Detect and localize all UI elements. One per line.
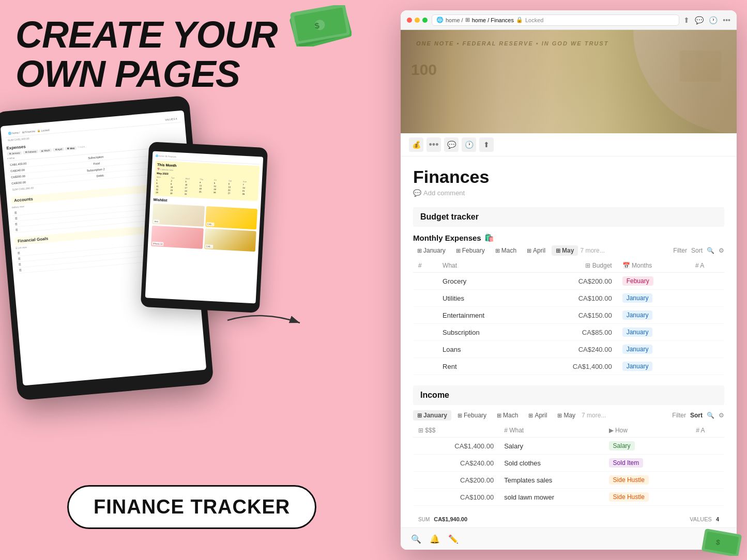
edit-icon-bottom[interactable]: ✏️	[448, 534, 459, 544]
values-label: VALUES	[690, 516, 712, 522]
budget-tracker-header: Budget tracker	[413, 207, 724, 227]
sum-label: SUM	[418, 517, 430, 522]
income-amount: CA$200.00	[413, 472, 499, 489]
calendar-icon-col: 📅	[622, 262, 630, 269]
left-section: CREATE YOUR OWN PAGES 🌐 home / ⊞ Finance…	[0, 0, 331, 560]
tab-may-income[interactable]: ⊞ May	[553, 410, 580, 421]
close-button[interactable]	[407, 18, 412, 23]
row-budget: CA$1,400.00	[529, 358, 617, 375]
income-amount: CA$100.00	[413, 489, 499, 506]
income-tabs[interactable]: ⊞ January ⊞ Febuary ⊞ Mach ⊞ April ⊞ M	[413, 410, 724, 421]
table-row: Subscription CA$85.00 January	[413, 324, 724, 341]
minimize-button[interactable]	[415, 18, 420, 23]
tab-april-income[interactable]: ⊞ April	[524, 410, 551, 421]
tab-more-income[interactable]: 7 more...	[582, 412, 606, 419]
income-row: CA$240.00 Sold clothes Sold Item	[413, 455, 724, 472]
finance-tracker-badge: FINANCE TRACKER	[67, 485, 316, 529]
row-month: January	[617, 341, 690, 358]
income-header: Income	[413, 385, 724, 405]
income-amount: CA$240.00	[413, 455, 499, 472]
share-icon[interactable]: ⬆	[683, 16, 690, 24]
money-decoration-bottom: $	[702, 527, 743, 556]
bell-icon-bottom[interactable]: 🔔	[430, 534, 440, 544]
search-icon-income[interactable]: 🔍	[707, 412, 714, 419]
table-icon-may-income: ⊞	[557, 412, 562, 419]
income-extra	[691, 489, 724, 506]
page-icon-toolbar: 💰 ••• 💬 🕐 ⬆	[401, 133, 737, 157]
monthly-expenses-tabs[interactable]: ⊞ January ⊞ Febuary ⊞ Mach ⊞ April ⊞ May…	[413, 245, 724, 256]
col-extra: # A	[690, 259, 724, 273]
toolbar-icon-share[interactable]: ⬆	[479, 137, 494, 152]
income-table: ⊞ $$$ # What ▶ How # A CA$1,400.00	[413, 424, 724, 506]
table-row: Entertainment CA$150.00 January	[413, 307, 724, 324]
income-sum-row: SUM CA$1,940.00 VALUES 4	[413, 514, 724, 524]
income-what: Salary	[499, 438, 603, 455]
row-budget: CA$85.00	[529, 324, 617, 341]
sort-label[interactable]: Sort	[691, 247, 703, 254]
row-extra	[690, 341, 724, 358]
tab-mach-expenses[interactable]: ⊞ Mach	[491, 245, 521, 256]
filter-label[interactable]: Filter	[673, 247, 687, 254]
row-hash	[413, 273, 437, 290]
table-icon: ⊞	[465, 17, 470, 23]
search-icon-bottom[interactable]: 🔍	[411, 534, 421, 544]
sort-label-income[interactable]: Sort	[690, 412, 703, 419]
row-hash	[413, 307, 437, 324]
col-what: What	[437, 259, 529, 273]
income-what: Templates sales	[499, 472, 603, 489]
col-budget: ⊞ Budget	[529, 259, 617, 273]
settings-icon-expenses[interactable]: ⚙	[719, 247, 724, 254]
url-bar[interactable]: 🌐 home / ⊞ home / Finances 🔒 Locked	[432, 14, 679, 26]
browser-bottom-bar: 🔍 🔔 ✏️ ↩	[401, 527, 737, 550]
table-icon-april-income: ⊞	[528, 412, 533, 419]
tab-mach-income[interactable]: ⊞ Mach	[493, 410, 522, 421]
tab-more-expenses[interactable]: 7 more...	[580, 247, 604, 254]
row-extra	[690, 358, 724, 375]
table-icon-sss: ⊞	[418, 427, 423, 434]
row-what: Loans	[437, 341, 529, 358]
filter-label-income[interactable]: Filter	[672, 412, 686, 419]
income-tab-actions: Filter Sort 🔍 ⚙	[672, 412, 724, 419]
table-row: Utilities CA$100.00 January	[413, 290, 724, 307]
emoji-icon-btn[interactable]: 💰	[409, 137, 423, 152]
clock-icon[interactable]: 🕐	[709, 16, 718, 24]
toolbar-icon-clock[interactable]: 🕐	[462, 137, 476, 152]
maximize-button[interactable]	[422, 18, 428, 23]
tab-april-expenses[interactable]: ⊞ April	[523, 245, 550, 256]
comment-icon[interactable]: 💬	[695, 16, 704, 24]
table-icon-mach-income: ⊞	[497, 412, 501, 419]
row-month: January	[617, 324, 690, 341]
tab-january-income[interactable]: ⊞ January	[413, 410, 451, 421]
globe-icon: 🌐	[436, 17, 444, 23]
tab-january-expenses[interactable]: ⊞ January	[413, 245, 450, 256]
row-month: January	[617, 358, 690, 375]
income-how: Side Hustle	[604, 489, 691, 506]
row-what: Subscription	[437, 324, 529, 341]
row-what: Entertainment	[437, 307, 529, 324]
tab-febuary-expenses[interactable]: ⊞ Febuary	[452, 245, 489, 256]
url-page: home / Finances	[472, 17, 514, 23]
table-row: Loans CA$240.00 January	[413, 341, 724, 358]
income-row: CA$200.00 Templates sales Side Hustle	[413, 472, 724, 489]
browser-topbar: 🌐 home / ⊞ home / Finances 🔒 Locked ⬆ 💬 …	[401, 10, 737, 30]
tab-febuary-income[interactable]: ⊞ Febuary	[453, 410, 491, 421]
tab-may-expenses[interactable]: ⊞ May	[552, 245, 578, 256]
settings-icon-income[interactable]: ⚙	[719, 412, 724, 419]
toolbar-icon-dots[interactable]: •••	[426, 137, 441, 152]
tablet-mockup-small: 🌐 home / ⊞ Finances This Month 📅 Calenda…	[141, 142, 268, 313]
income-how: Sold Item	[604, 455, 691, 472]
add-comment-area[interactable]: 💬 Add comment	[413, 189, 724, 197]
row-extra	[690, 290, 724, 307]
more-icon[interactable]: •••	[723, 16, 730, 24]
expenses-tab-actions: Filter Sort 🔍 ⚙	[673, 247, 724, 254]
col-extra-income: # A	[691, 424, 724, 438]
row-extra	[690, 324, 724, 341]
row-budget: CA$240.00	[529, 341, 617, 358]
row-month: Febuary	[617, 273, 690, 290]
search-icon-expenses[interactable]: 🔍	[707, 247, 714, 254]
toolbar-icon-comment[interactable]: 💬	[444, 137, 459, 152]
col-months: 📅 Months	[617, 259, 690, 273]
income-extra	[691, 455, 724, 472]
page-title: Finances	[413, 167, 724, 187]
row-budget: CA$200.00	[529, 273, 617, 290]
